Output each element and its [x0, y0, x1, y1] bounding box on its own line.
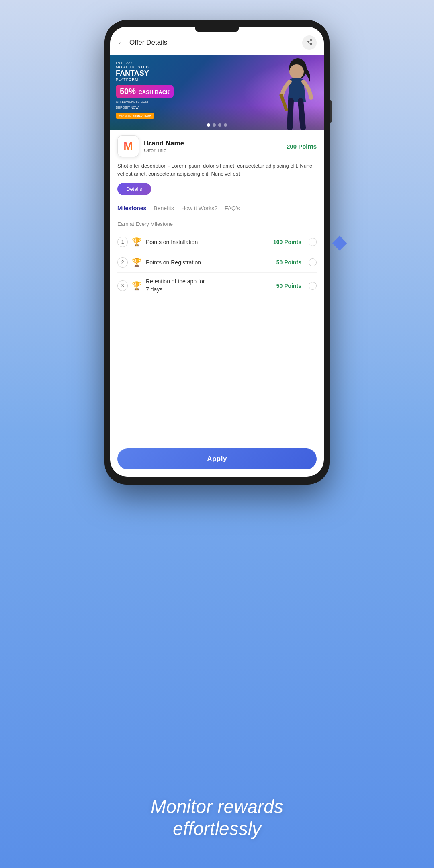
milestone-num-2: 2 — [117, 257, 128, 268]
svg-line-4 — [309, 41, 311, 42]
phone-frame: ← Offer Details — [104, 20, 330, 485]
svg-point-6 — [289, 64, 304, 79]
banner-line1: INDIA'S — [116, 61, 174, 65]
brand-logo-letter: M — [123, 140, 133, 153]
pay-using-label: Pay using — [119, 114, 131, 117]
svg-rect-7 — [279, 93, 289, 111]
milestones-section: Earn at Every Milestone 1 🏆 Points on In… — [110, 215, 324, 424]
phone-side-button — [330, 100, 332, 123]
brand-points: 200 Points — [287, 143, 317, 150]
tagline-line1: Monitor rewards — [32, 796, 402, 818]
milestone-check-3 — [309, 282, 317, 290]
trophy-icon-3: 🏆 — [132, 281, 142, 291]
phone-screen: ← Offer Details — [110, 27, 324, 477]
back-button[interactable]: ← — [117, 38, 125, 47]
phone-notch — [195, 27, 239, 32]
trophy-icon-1: 🏆 — [132, 237, 142, 247]
dot-1[interactable] — [207, 123, 210, 127]
banner-line2: MOST TRUSTED — [116, 65, 174, 69]
brand-logo: M — [117, 135, 139, 157]
brand-info: Brand Name Offer Title — [144, 139, 282, 154]
apply-button[interactable]: Apply — [117, 448, 317, 469]
tab-how-it-works[interactable]: How it Works? — [181, 201, 217, 215]
milestone-text-2: Points on Registration — [146, 259, 272, 266]
milestone-num-1: 1 — [117, 237, 128, 247]
milestones-header: Earn at Every Milestone — [117, 221, 317, 227]
bottom-tagline: Monitor rewards effortlessly — [0, 796, 434, 840]
banner-dots — [207, 123, 227, 127]
brand-name: Brand Name — [144, 139, 282, 147]
share-button[interactable] — [302, 35, 317, 50]
svg-point-1 — [307, 41, 309, 43]
milestone-points-2: 50 Points — [276, 259, 301, 266]
banner-line3: FANTASY — [116, 69, 174, 78]
tab-benefits[interactable]: Benefits — [154, 201, 174, 215]
milestone-num-3: 3 — [117, 280, 128, 291]
milestone-points-1: 100 Points — [273, 239, 301, 245]
amazon-label: amazon pay — [133, 114, 151, 117]
milestone-points-3: 50 Points — [276, 283, 301, 289]
tagline-line2: effortlessly — [32, 818, 402, 840]
deposit-text: DEPOSIT NOW — [116, 106, 174, 109]
milestone-item-1: 1 🏆 Points on Installation 100 Points — [117, 232, 317, 252]
svg-point-2 — [310, 43, 312, 45]
apply-section: Apply — [117, 448, 317, 469]
cashback-label: CASH BACK — [138, 89, 170, 95]
page-title: Offer Details — [129, 39, 167, 47]
offer-title: Offer Title — [144, 147, 282, 154]
tabs-bar: Milestones Benefits How it Works? FAQ's — [110, 201, 324, 215]
banner-line4: PLATFORM — [116, 78, 174, 82]
dot-3[interactable] — [218, 123, 221, 127]
cashback-text: 50% — [120, 87, 136, 96]
dot-4[interactable] — [224, 123, 227, 127]
banner-person — [268, 57, 324, 130]
tab-faq[interactable]: FAQ's — [225, 201, 240, 215]
offer-description: Shot offer description - Lorem ipsum dol… — [110, 160, 324, 183]
phone-container: ← Offer Details — [104, 20, 330, 485]
milestone-check-2 — [309, 258, 317, 266]
amazon-pay-badge: Pay using amazon pay — [116, 113, 154, 119]
share-icon — [306, 39, 313, 47]
offer-banner: INDIA'S MOST TRUSTED FANTASY PLATFORM 50… — [110, 55, 324, 130]
milestone-text-3: Retention of the app for7 days — [146, 278, 272, 293]
brand-row: M Brand Name Offer Title 200 Points — [110, 130, 324, 160]
cashback-badge: 50% CASH BACK — [116, 85, 174, 98]
cashback-sub: ON 11WICKETS.COM — [116, 100, 174, 104]
milestone-check-1 — [309, 238, 317, 246]
milestone-item-2: 2 🏆 Points on Registration 50 Points — [117, 252, 317, 273]
dot-2[interactable] — [213, 123, 216, 127]
details-button[interactable]: Details — [117, 183, 151, 195]
milestone-item-3: 3 🏆 Retention of the app for7 days 50 Po… — [117, 273, 317, 298]
svg-line-3 — [309, 43, 311, 44]
tab-milestones[interactable]: Milestones — [117, 201, 146, 215]
banner-text: INDIA'S MOST TRUSTED FANTASY PLATFORM 50… — [116, 61, 174, 119]
diamond-decoration — [332, 235, 347, 250]
milestone-text-1: Points on Installation — [146, 239, 269, 245]
svg-point-0 — [310, 39, 312, 41]
trophy-icon-2: 🏆 — [132, 258, 142, 267]
